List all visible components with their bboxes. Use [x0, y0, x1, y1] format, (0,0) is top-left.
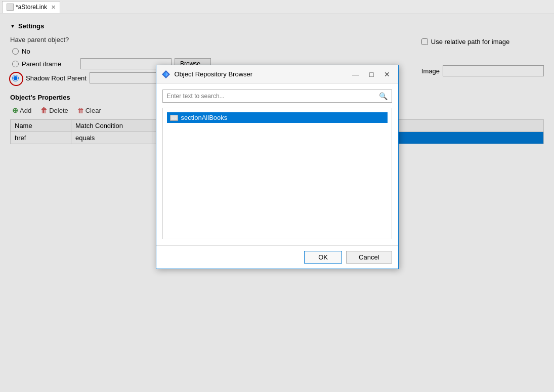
tree-item-icon: ···	[170, 115, 178, 121]
search-input[interactable]	[163, 90, 375, 102]
tab-astorelink[interactable]: *aStoreLink ✕	[2, 1, 60, 13]
tree-area[interactable]: ··· sectionAllBooks	[162, 108, 392, 239]
tab-label: *aStoreLink	[16, 4, 47, 11]
object-repository-browser-dialog: Object Repository Browser — □ ✕ 🔍 ··· se…	[156, 65, 399, 269]
dialog-title-text: Object Repository Browser	[175, 70, 346, 78]
cancel-button[interactable]: Cancel	[346, 251, 392, 264]
tab-bar: *aStoreLink ✕	[0, 0, 554, 14]
dialog-maximize-button[interactable]: □	[366, 70, 376, 79]
search-icon: 🔍	[375, 90, 392, 102]
dialog-close-button[interactable]: ✕	[381, 70, 393, 79]
tree-item-label: sectionAllBooks	[181, 114, 228, 121]
search-box: 🔍	[162, 90, 392, 103]
ok-button[interactable]: OK	[304, 251, 342, 264]
dialog-overlay: Object Repository Browser — □ ✕ 🔍 ··· se…	[0, 14, 554, 392]
dialog-title-icon	[161, 70, 171, 79]
tree-item-sectionAllBooks[interactable]: ··· sectionAllBooks	[167, 112, 388, 123]
dialog-footer: OK Cancel	[156, 245, 398, 269]
dialog-body: 🔍 ··· sectionAllBooks	[156, 83, 398, 245]
dialog-minimize-button[interactable]: —	[349, 70, 362, 79]
main-content: Settings Have parent object? No Parent i…	[0, 14, 554, 392]
dialog-titlebar: Object Repository Browser — □ ✕	[156, 65, 398, 83]
tab-icon	[7, 4, 14, 11]
tab-close-button[interactable]: ✕	[51, 4, 56, 11]
